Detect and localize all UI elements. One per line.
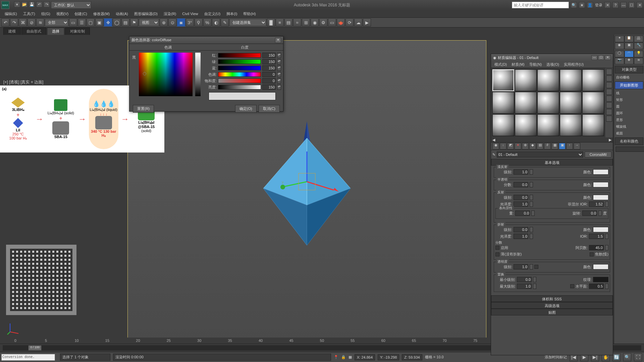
material-type-button[interactable]: CoronaMtl — [585, 152, 611, 158]
material-slot[interactable] — [492, 69, 514, 91]
spinner[interactable] — [533, 277, 536, 282]
options-icon[interactable] — [606, 109, 612, 115]
render-last-icon[interactable]: ▶ — [363, 18, 371, 26]
disp-tex-swatch[interactable] — [593, 277, 608, 282]
shape-helix[interactable]: 螺旋线 — [614, 123, 644, 130]
shape-star[interactable]: 星形 — [614, 117, 644, 123]
utilities-tab-icon[interactable]: 🔧 — [634, 43, 643, 49]
make-preview-icon[interactable] — [606, 102, 612, 108]
minimize-icon[interactable]: — — [621, 2, 627, 8]
object-type-header[interactable]: 对象类型 — [615, 66, 643, 73]
get-material-icon[interactable]: ◉ — [492, 143, 499, 149]
motion-tab-icon[interactable]: ◉ — [615, 43, 624, 49]
spinner[interactable] — [530, 234, 533, 239]
align-icon[interactable]: ≡ — [276, 18, 284, 26]
hue-slider[interactable] — [218, 72, 261, 77]
coord-z[interactable]: Z: 59.934 — [402, 354, 422, 360]
spacewarps-icon[interactable]: ≋ — [634, 58, 643, 64]
refr-color-swatch[interactable] — [593, 227, 608, 232]
menu-modifiers[interactable]: 修改器(M) — [91, 11, 113, 17]
create-tab-icon[interactable]: ✦ — [615, 36, 624, 42]
select-icon[interactable]: ▭ — [69, 18, 77, 26]
rollout-advanced-header[interactable]: 高级选项 — [491, 302, 613, 309]
opac-color-swatch[interactable] — [593, 264, 608, 269]
shapes-icon[interactable]: ◠ — [625, 51, 634, 57]
placement-icon[interactable]: ⚑ — [130, 18, 138, 26]
refl-gloss-input[interactable] — [514, 201, 528, 207]
lock-icon[interactable]: 🔒 — [341, 355, 346, 359]
menu-render[interactable]: 渲染(R) — [161, 11, 179, 17]
trans-color-swatch[interactable] — [593, 182, 608, 187]
zoom-icon[interactable]: 🔍 — [623, 353, 631, 361]
me-menu-material[interactable]: 材质(M) — [509, 61, 527, 68]
refcoord-dropdown[interactable]: 视图 — [139, 19, 159, 26]
color-picker-cursor[interactable] — [143, 72, 146, 75]
disp-horiz-input[interactable] — [589, 284, 604, 289]
material-slot[interactable] — [515, 92, 537, 114]
login-label[interactable]: 登录 — [595, 3, 602, 8]
edit-selset-icon[interactable]: ✎ — [221, 18, 229, 26]
spinner[interactable] — [605, 201, 608, 207]
helpers-icon[interactable]: ✚ — [625, 58, 634, 64]
favorite-icon[interactable]: ★ — [579, 2, 585, 8]
shape-section[interactable]: 截面 — [614, 130, 644, 137]
green-slider[interactable] — [218, 59, 261, 64]
tab-modeling[interactable]: 建模 — [3, 27, 21, 35]
refl-level-input[interactable] — [514, 195, 528, 200]
close-icon[interactable]: ✕ — [275, 38, 281, 43]
manipulate-icon[interactable]: ⊙ — [168, 18, 176, 26]
disp-max-input[interactable] — [517, 284, 532, 289]
menu-tools[interactable]: 工具(T) — [20, 11, 38, 17]
scale-icon[interactable]: ▤ — [121, 18, 129, 26]
close-icon[interactable]: ✕ — [605, 55, 611, 60]
thin-check[interactable] — [495, 252, 499, 256]
spinner[interactable] — [598, 210, 602, 216]
trans-scatter-input[interactable] — [514, 182, 528, 187]
go-sibling-icon[interactable]: → — [574, 143, 580, 149]
material-editor-icon[interactable]: ◉ — [311, 18, 319, 26]
curve-editor-icon[interactable]: ≈ — [293, 18, 301, 26]
scroll-left-icon[interactable]: ◀ — [492, 138, 495, 142]
autogrid-check[interactable]: 自动栅格 — [614, 74, 644, 81]
hue-input[interactable] — [262, 72, 276, 77]
make-unique-icon[interactable]: ◆ — [529, 143, 536, 149]
render-icon[interactable]: 🫖 — [337, 18, 345, 26]
sat-input[interactable] — [262, 78, 276, 83]
coord-y[interactable]: Y: -19.298 — [378, 354, 399, 360]
menu-script[interactable]: 脚本(I) — [224, 11, 240, 17]
render-iterative-icon[interactable]: ⟳ — [345, 18, 354, 26]
refr-ior-input[interactable] — [589, 234, 604, 239]
render-frame-icon[interactable]: ▭ — [328, 18, 336, 26]
spinner[interactable] — [531, 210, 535, 216]
spinner[interactable] — [533, 284, 536, 289]
me-menu-nav[interactable]: 导航(N) — [527, 61, 544, 68]
refl-ior-input[interactable] — [589, 201, 604, 207]
app-logo[interactable]: MAX — [1, 1, 9, 9]
help-search-input[interactable] — [512, 2, 569, 8]
green-input[interactable] — [262, 59, 276, 64]
move-icon[interactable]: ✥ — [104, 18, 112, 26]
delete-icon[interactable]: ✕ — [515, 143, 521, 149]
layers-icon[interactable]: ▤ — [284, 18, 292, 26]
unlink-icon[interactable]: ⊘ — [28, 18, 36, 26]
isolate-icon[interactable]: ▦ — [348, 355, 352, 359]
percent-snap-icon[interactable]: % — [203, 18, 211, 26]
put-to-scene-icon[interactable]: ↓ — [500, 143, 506, 149]
spinner[interactable]: ▴▾ — [277, 78, 281, 83]
rollout-basic-header[interactable]: 基本选项 — [491, 159, 613, 166]
refr-enable-check[interactable] — [495, 246, 499, 250]
me-menu-utils[interactable]: 实用程序(U) — [562, 61, 586, 68]
octahedron-mesh[interactable]: y — [240, 115, 374, 255]
named-selset-dropdown[interactable]: 创建选择集 — [229, 19, 266, 26]
mat-id-icon[interactable]: # — [544, 143, 551, 149]
select-region-icon[interactable]: ▢ — [87, 18, 95, 26]
refr-gloss-input[interactable] — [514, 234, 528, 239]
val-slider[interactable] — [218, 85, 261, 89]
spinner[interactable] — [605, 284, 608, 289]
scroll-right-icon[interactable]: ▶ — [609, 138, 611, 142]
spinner[interactable]: ▴▾ — [277, 59, 281, 64]
caustics-check[interactable] — [590, 252, 594, 256]
name-color-header[interactable]: 名称和颜色 — [615, 137, 643, 145]
modify-tab-icon[interactable]: 📋 — [625, 36, 634, 42]
background-icon[interactable] — [606, 82, 612, 88]
